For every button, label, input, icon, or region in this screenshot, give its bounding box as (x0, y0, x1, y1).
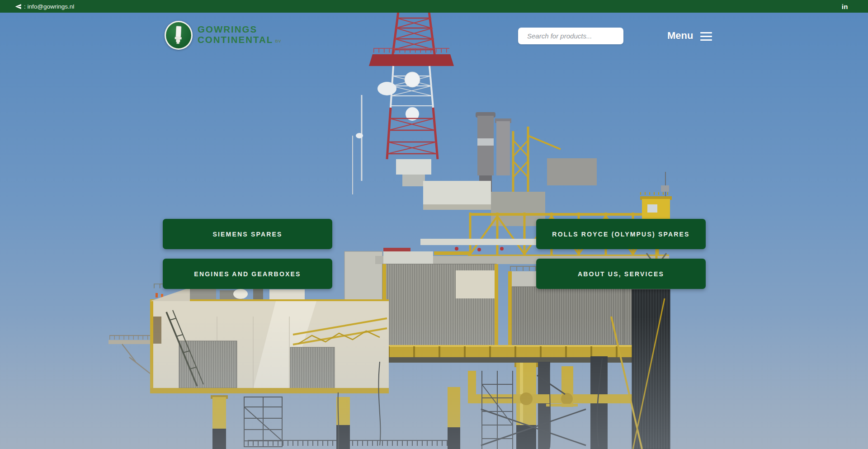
oil-rig-illustration (0, 0, 868, 449)
top-bar: : info@gowrings.nl in (0, 0, 868, 13)
logo-wordmark: GOWRINGS CONTINENTAL BV (198, 24, 281, 45)
paper-plane-icon (15, 3, 22, 10)
logo-line1: GOWRINGS (198, 24, 281, 35)
hero-image (0, 0, 868, 449)
email-link[interactable]: : info@gowrings.nl (15, 3, 74, 10)
logo-line2: CONTINENTAL (198, 35, 273, 45)
menu-label: Menu (667, 30, 693, 42)
logo-mark-icon (165, 21, 193, 50)
siemens-spares-button[interactable]: SIEMENS SPARES (163, 219, 332, 249)
logo-suffix: BV (275, 39, 281, 44)
rolls-royce-spares-button[interactable]: ROLLS ROYCE (OLYMPUS) SPARES (536, 219, 706, 249)
about-us-services-button[interactable]: ABOUT US, SERVICES (536, 259, 706, 289)
email-text: : info@gowrings.nl (24, 3, 74, 10)
engines-gearboxes-button[interactable]: ENGINES AND GEARBOXES (163, 259, 332, 289)
linkedin-icon[interactable]: in (842, 3, 848, 10)
horizon-haze (0, 317, 868, 449)
hamburger-icon (700, 31, 712, 41)
product-search (518, 28, 623, 44)
menu-button[interactable]: Menu (667, 30, 712, 42)
injector-icon (173, 25, 184, 45)
search-input[interactable] (526, 32, 619, 40)
logo[interactable]: GOWRINGS CONTINENTAL BV (165, 21, 281, 50)
